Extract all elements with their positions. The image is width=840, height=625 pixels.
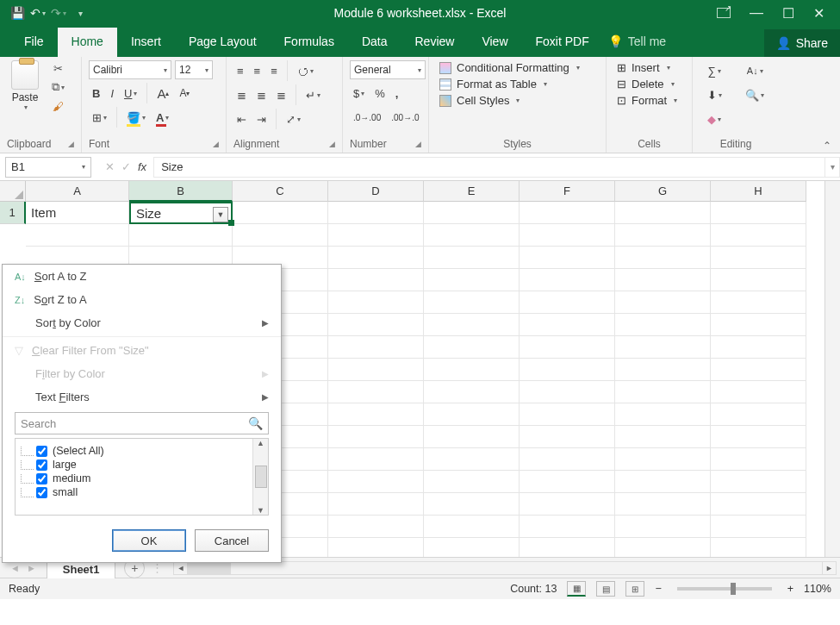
sort-a-to-z[interactable]: A↓Sort A to Z [3,265,281,288]
col-header-f[interactable]: F [520,181,615,202]
sheet-nav-prev-icon[interactable]: ◄ [10,563,20,573]
tellme-search[interactable]: 💡Tell me [608,34,666,57]
enter-formula-icon[interactable]: ✓ [121,160,131,173]
fill-icon[interactable]: ⬇▾ [700,84,730,105]
expand-formula-bar-icon[interactable]: ▾ [824,157,840,178]
cancel-formula-icon[interactable]: ✕ [105,160,115,173]
zoom-out-button[interactable]: − [655,583,661,595]
cell-c1[interactable] [233,202,328,224]
autosum-icon[interactable]: ∑▾ [700,60,730,81]
align-left-icon[interactable]: ≣ [233,84,250,105]
number-format-select[interactable]: General▾ [350,60,426,79]
zoom-level[interactable]: 110% [804,583,831,595]
italic-button[interactable]: I [107,83,117,103]
align-bottom-icon[interactable]: ≡ [267,60,281,81]
qat-customize-icon[interactable]: ▾ [71,4,88,22]
view-page-break-icon[interactable]: ⊞ [625,581,644,597]
collapse-ribbon-icon[interactable]: ⌃ [823,140,831,152]
bold-button[interactable]: B [89,83,103,103]
cell-styles-button[interactable]: Cell Styles▾ [436,93,599,108]
tab-review[interactable]: Review [401,28,469,57]
clipboard-launcher-icon[interactable]: ◢ [63,140,74,148]
decrease-indent-icon[interactable]: ⇤ [233,109,250,129]
select-all-corner[interactable] [0,181,26,202]
tab-data[interactable]: Data [348,28,401,57]
format-cells-button[interactable]: ⊡Format▾ [613,93,685,108]
filter-check-small[interactable]: small [21,485,247,499]
alignment-launcher-icon[interactable]: ◢ [324,140,335,148]
increase-decimal-icon[interactable]: .0→.00 [350,107,384,128]
cell-g1[interactable] [615,202,711,224]
col-header-c[interactable]: C [233,181,328,202]
find-select-icon[interactable]: 🔍▾ [738,84,773,105]
align-top-icon[interactable]: ≡ [233,60,247,81]
tab-insert[interactable]: Insert [117,28,175,57]
zoom-in-button[interactable]: + [787,583,793,595]
col-header-d[interactable]: D [328,181,424,202]
filter-dropdown-icon[interactable]: ▼ [213,207,228,222]
col-header-a[interactable]: A [26,181,129,202]
sheet-nav-next-icon[interactable]: ► [27,563,36,573]
increase-indent-icon[interactable]: ⇥ [253,109,270,129]
font-launcher-icon[interactable]: ◢ [208,140,219,148]
copy-icon[interactable]: ⧉▾ [50,79,65,95]
tab-foxit[interactable]: Foxit PDF [522,28,603,57]
format-as-table-button[interactable]: Format as Table▾ [436,77,599,91]
cell-b1[interactable]: Size ▼ [129,202,233,224]
tab-pagelayout[interactable]: Page Layout [175,28,271,57]
selection-handle[interactable] [228,220,234,226]
sheet-nav[interactable]: ◄► [0,563,47,573]
cell-f1[interactable] [520,202,615,224]
wrap-text-icon[interactable]: ↵▾ [302,84,324,105]
tab-home[interactable]: Home [58,28,117,57]
cancel-button[interactable]: Cancel [195,529,269,552]
close-icon[interactable]: ✕ [813,5,824,22]
tab-formulas[interactable]: Formulas [271,28,348,57]
percent-format-icon[interactable]: % [371,83,389,103]
borders-icon[interactable]: ⊞▾ [89,107,110,128]
filter-check-medium[interactable]: medium [21,472,247,485]
underline-button[interactable]: U▾ [121,83,140,103]
number-launcher-icon[interactable]: ◢ [410,140,421,148]
zoom-slider[interactable] [677,587,772,591]
maximize-icon[interactable]: ☐ [782,5,794,22]
cell-a1[interactable]: Item [26,202,129,224]
insert-cells-button[interactable]: ⊞Insert▾ [613,60,685,75]
format-painter-icon[interactable]: 🖌 [50,98,65,114]
row-header-1[interactable]: 1 [0,202,26,224]
filter-check-large[interactable]: large [21,458,247,472]
align-right-icon[interactable]: ≣ [273,84,289,105]
vertical-scrollbar[interactable] [824,181,840,557]
undo-icon[interactable]: ↶▾ [29,4,47,22]
tab-view[interactable]: View [468,28,521,57]
formula-input[interactable]: Size [153,157,824,178]
sort-filter-icon[interactable]: A↓▾ [738,60,773,81]
view-normal-icon[interactable]: ▦ [567,581,586,597]
comma-format-icon[interactable]: , [392,83,402,103]
decrease-font-icon[interactable]: A▾ [176,83,193,103]
cell-d1[interactable] [328,202,424,224]
insert-function-icon[interactable]: fx [138,160,146,173]
share-button[interactable]: 👤Share [764,29,840,57]
minimize-icon[interactable]: — [750,5,763,21]
font-color-icon[interactable]: A▾ [152,107,172,128]
col-header-h[interactable]: H [711,181,806,202]
redo-icon[interactable]: ↷▾ [50,4,67,22]
accounting-format-icon[interactable]: $▾ [350,83,368,103]
ribbon-display-icon[interactable]: ↗ [717,8,731,18]
font-name-select[interactable]: Calibri▾ [89,60,171,79]
cell-h1[interactable] [711,202,806,224]
ok-button[interactable]: OK [112,529,186,552]
delete-cells-button[interactable]: ⊟Delete▾ [613,77,685,91]
font-size-select[interactable]: 12▾ [175,60,213,79]
orientation-icon[interactable]: ⭯▾ [294,60,317,81]
save-icon[interactable]: 💾 [9,4,26,22]
decrease-decimal-icon[interactable]: .00→.0 [388,107,422,128]
text-filters[interactable]: Text Filters▶ [3,385,281,409]
name-box[interactable]: B1▾ [5,157,91,178]
align-middle-icon[interactable]: ≡ [251,60,264,81]
cell-e1[interactable] [424,202,520,224]
filter-list-scrollbar[interactable]: ▲▼ [252,439,268,515]
col-header-e[interactable]: E [424,181,520,202]
fill-color-icon[interactable]: 🪣▾ [123,107,149,128]
